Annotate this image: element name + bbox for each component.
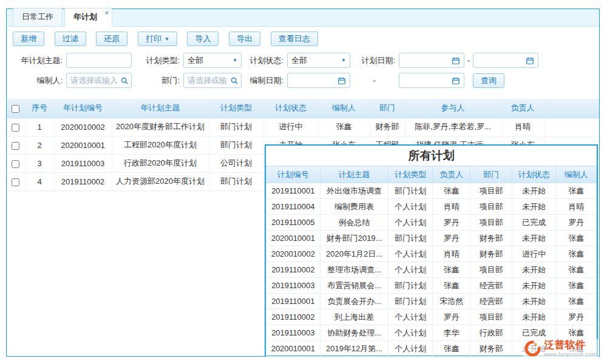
header-plan-type: 计划类型: [209, 99, 263, 118]
row-checkbox[interactable]: [12, 142, 19, 150]
list-item[interactable]: 2019110004 编制费用表 个人计划 肖晴 项目部 未开始 肖晴: [266, 199, 597, 215]
cell-plan-type: 个人计划: [388, 325, 433, 341]
print-button[interactable]: 打印 ▼: [138, 32, 177, 46]
filter-row-1: 年计划主题: 计划类型: 全部 ▼ 计划状态: 全部 ▼ 计划日期: -: [7, 50, 599, 70]
cell-plan-type: 公司计划: [209, 154, 263, 172]
query-button[interactable]: 查询: [473, 73, 504, 88]
row-checkbox[interactable]: [12, 160, 19, 168]
cell-plan-subject: 2020年1月2日...: [320, 246, 388, 262]
row-checkbox[interactable]: [12, 124, 19, 132]
restore-button[interactable]: 还原: [96, 32, 127, 46]
cell-plan-type: 个人计划: [388, 262, 433, 278]
list-item[interactable]: 2019110003 布置营销展会... 部门计划 张鑫 经营部 未开始 张鑫: [266, 278, 597, 294]
plan-subject-link[interactable]: 工程部2020年度计划: [112, 136, 209, 154]
cell-plan-type: 部门计划: [388, 294, 433, 309]
search-icon[interactable]: [120, 76, 129, 85]
cell-dept: 项目部: [470, 262, 512, 278]
cell-plan-code: 2019110001: [266, 183, 320, 199]
cell-compiler: 张鑫: [556, 246, 597, 262]
calendar-icon: [526, 56, 534, 65]
cell-plan-status: 未开始: [512, 309, 556, 325]
list-item[interactable]: 2019110002 整理市场调查... 个人计划 张鑫 项目部 未开始 张鑫: [266, 262, 597, 278]
view-log-button[interactable]: 查看日志: [271, 32, 318, 46]
cell-plan-code: 2019110001: [266, 294, 320, 309]
plan-subject-input[interactable]: [66, 53, 132, 68]
list-item[interactable]: 2019110003 协助财务处理... 个人计划 李华 行政部 已完成 张鑫: [266, 325, 597, 341]
list-item[interactable]: 2019110005 例会总结 个人计划 罗丹 项目部 已完成 罗丹: [266, 215, 597, 231]
header-plan-status: 计划状态: [263, 99, 318, 118]
select-all-cell: [7, 99, 25, 118]
tab-bar: 日常工作 年计划 ×: [7, 9, 599, 27]
table-header-row: 序号 年计划编号 年计划主题 计划类型 计划状态 编制人 部门 参与人 负责人: [7, 99, 599, 118]
plan-subject-link[interactable]: 行政部2020年度计划: [112, 154, 209, 172]
chevron-down-icon: ▼: [341, 58, 346, 63]
chevron-down-icon: ▼: [232, 58, 237, 63]
select-all-checkbox[interactable]: [12, 105, 19, 113]
owner-link[interactable]: 肖晴: [501, 118, 544, 136]
cell-owner: 罗丹: [433, 215, 470, 231]
calendar-icon: [337, 76, 346, 85]
list-item[interactable]: 2019110001 负责展会开办... 部门计划 宋浩然 经营部 未开始 张鑫: [266, 294, 597, 309]
tab-label: 年计划: [73, 12, 97, 21]
export-button[interactable]: 导出: [229, 32, 260, 46]
brand-name: 泛普软件: [544, 340, 597, 351]
plan-code-link[interactable]: 2019110002: [54, 172, 112, 190]
compile-date-label: 编制日期:: [242, 75, 287, 86]
plan-status-label: 计划状态:: [242, 55, 287, 66]
row-checkbox[interactable]: [12, 178, 19, 186]
cell-compiler: 罗丹: [556, 309, 597, 325]
add-button[interactable]: 新增: [13, 32, 44, 46]
header-seq: 序号: [25, 99, 54, 118]
cell-plan-subject: 到上海出差: [320, 309, 388, 325]
cell-plan-code: 2020010001: [266, 231, 320, 246]
plan-date-to-input[interactable]: [473, 53, 538, 68]
cell-compiler: 张鑫: [556, 325, 597, 341]
cell-plan-status: 未开始: [512, 231, 556, 246]
list-item[interactable]: 2020010002 2020年1月2日... 个人计划 肖晴 财务部 进行中 …: [266, 246, 597, 262]
query-button-label: 查询: [481, 75, 497, 86]
plan-subject-link[interactable]: 人力资源部2020年度计划: [112, 172, 209, 190]
plan-code-link[interactable]: 2020010002: [54, 118, 112, 136]
compile-date-to-input[interactable]: [399, 73, 464, 88]
list-item[interactable]: 2019110002 到上海出差 个人计划 罗丹 项目部 未开始 罗丹: [266, 309, 597, 325]
cell-dept: 项目部: [470, 199, 512, 215]
plan-date-from-input[interactable]: [399, 53, 464, 68]
search-icon[interactable]: [230, 76, 239, 85]
watermark: 泛普软件 www.fanpusoft.com: [523, 339, 599, 358]
tab-daily-work[interactable]: 日常工作: [13, 8, 63, 26]
dept-label: 部门:: [132, 75, 183, 86]
compile-date-from-input[interactable]: [287, 73, 350, 88]
date-range-separator: -: [464, 56, 473, 65]
cell-plan-subject: 2019年12月第...: [320, 341, 388, 357]
header-participants: 参与人: [405, 99, 501, 118]
plan-status-select[interactable]: 全部 ▼: [287, 53, 350, 68]
filler-cell: [544, 99, 599, 118]
all-plans-table: 计划编号 计划主题 计划类型 负责人 部门 计划状态 编制人 201911000…: [266, 166, 597, 357]
cell-owner: 肖晴: [433, 246, 470, 262]
close-tab-icon[interactable]: ×: [105, 9, 109, 16]
header-dept: 部门: [470, 166, 512, 183]
cell-plan-subject: 财务部门2019...: [320, 231, 388, 246]
table-row[interactable]: 1 2020010002 2020年度财务部工作计划 部门计划 进行中 张鑫 财…: [7, 118, 599, 136]
list-item[interactable]: 2020010001 财务部门2019... 部门计划 罗丹 财务部 未开始 张…: [266, 231, 597, 246]
filter-button[interactable]: 过滤: [55, 32, 86, 46]
plan-code-link[interactable]: 2020010001: [54, 136, 112, 154]
plan-subject-link[interactable]: 2020年度财务部工作计划: [112, 118, 209, 136]
plan-type-value: 全部: [188, 55, 203, 66]
cell-plan-status: 未开始: [512, 183, 556, 199]
tab-annual-plan[interactable]: 年计划 ×: [64, 8, 112, 27]
cell-plan-subject: 协助财务处理...: [320, 325, 388, 341]
plan-type-select[interactable]: 全部 ▼: [183, 53, 242, 68]
cell-plan-type: 部门计划: [209, 118, 263, 136]
cell-plan-subject: 编制费用表: [320, 199, 388, 215]
cell-compiler: 罗丹: [556, 215, 597, 231]
cell-plan-status: 进行中: [263, 118, 318, 136]
export-button-label: 导出: [237, 33, 253, 44]
import-button[interactable]: 导入: [187, 32, 219, 46]
cell-plan-status: 进行中: [512, 246, 556, 262]
plan-code-link[interactable]: 2019110003: [54, 154, 112, 172]
compiler-link[interactable]: 张鑫: [318, 118, 370, 136]
cell-owner: 宋浩然: [433, 294, 470, 309]
list-item[interactable]: 2019110001 外出做市场调查 部门计划 张鑫 项目部 未开始 张鑫: [266, 183, 597, 199]
cell-plan-type: 个人计划: [388, 246, 433, 262]
